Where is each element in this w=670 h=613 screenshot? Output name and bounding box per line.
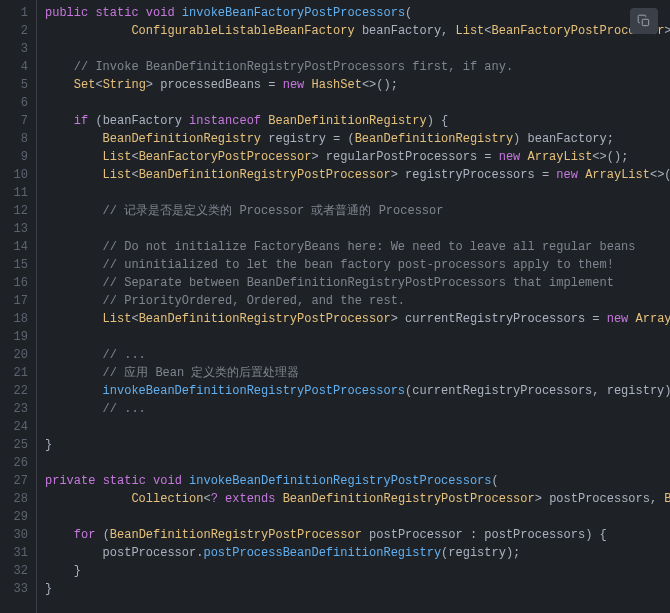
code-line: invokeBeanDefinitionRegistryPostProcesso… <box>45 382 670 400</box>
line-number: 1 <box>4 4 28 22</box>
code-line: public static void invokeBeanFactoryPost… <box>45 4 670 22</box>
code-line <box>45 40 670 58</box>
line-number: 21 <box>4 364 28 382</box>
svg-rect-0 <box>642 19 648 25</box>
line-number: 13 <box>4 220 28 238</box>
copy-button[interactable] <box>630 8 658 34</box>
code-line: // 应用 Bean 定义类的后置处理器 <box>45 364 670 382</box>
code-line: List<BeanDefinitionRegistryPostProcessor… <box>45 310 670 328</box>
code-line: // Separate between BeanDefinitionRegist… <box>45 274 670 292</box>
code-line <box>45 220 670 238</box>
code-line <box>45 418 670 436</box>
code-line: Set<String> processedBeans = new HashSet… <box>45 76 670 94</box>
line-number: 9 <box>4 148 28 166</box>
line-number: 7 <box>4 112 28 130</box>
line-number: 14 <box>4 238 28 256</box>
code-line: // ... <box>45 346 670 364</box>
line-number: 18 <box>4 310 28 328</box>
line-number: 2 <box>4 22 28 40</box>
line-number: 24 <box>4 418 28 436</box>
code-line: List<BeanDefinitionRegistryPostProcessor… <box>45 166 670 184</box>
line-number-gutter: 1234567891011121314151617181920212223242… <box>0 0 36 613</box>
line-number: 31 <box>4 544 28 562</box>
line-number: 17 <box>4 292 28 310</box>
code-line: // Invoke BeanDefinitionRegistryPostProc… <box>45 58 670 76</box>
line-number: 28 <box>4 490 28 508</box>
code-line: // uninitialized to let the bean factory… <box>45 256 670 274</box>
code-line: } <box>45 436 670 454</box>
code-line <box>45 454 670 472</box>
code-line: // PriorityOrdered, Ordered, and the res… <box>45 292 670 310</box>
line-number: 32 <box>4 562 28 580</box>
line-number: 29 <box>4 508 28 526</box>
code-line <box>45 184 670 202</box>
line-number: 30 <box>4 526 28 544</box>
code-line: // Do not initialize FactoryBeans here: … <box>45 238 670 256</box>
line-number: 33 <box>4 580 28 598</box>
code-block: 1234567891011121314151617181920212223242… <box>0 0 670 613</box>
line-number: 8 <box>4 130 28 148</box>
line-number: 15 <box>4 256 28 274</box>
line-number: 16 <box>4 274 28 292</box>
copy-icon <box>637 14 651 28</box>
line-number: 6 <box>4 94 28 112</box>
code-line <box>45 328 670 346</box>
line-number: 22 <box>4 382 28 400</box>
code-line: for (BeanDefinitionRegistryPostProcessor… <box>45 526 670 544</box>
code-line: // ... <box>45 400 670 418</box>
line-number: 23 <box>4 400 28 418</box>
code-line: Collection<? extends BeanDefinitionRegis… <box>45 490 670 508</box>
code-line: postProcessor.postProcessBeanDefinitionR… <box>45 544 670 562</box>
line-number: 19 <box>4 328 28 346</box>
line-number: 25 <box>4 436 28 454</box>
code-line: private static void invokeBeanDefinition… <box>45 472 670 490</box>
code-line: BeanDefinitionRegistry registry = (BeanD… <box>45 130 670 148</box>
line-number: 26 <box>4 454 28 472</box>
line-number: 4 <box>4 58 28 76</box>
code-line: List<BeanFactoryPostProcessor> regularPo… <box>45 148 670 166</box>
line-number: 20 <box>4 346 28 364</box>
line-number: 27 <box>4 472 28 490</box>
line-number: 11 <box>4 184 28 202</box>
code-line: } <box>45 580 670 598</box>
line-number: 12 <box>4 202 28 220</box>
code-line: // 记录是否是定义类的 Processor 或者普通的 Processor <box>45 202 670 220</box>
code-line <box>45 508 670 526</box>
line-number: 10 <box>4 166 28 184</box>
line-number: 3 <box>4 40 28 58</box>
code-line: } <box>45 562 670 580</box>
code-line <box>45 94 670 112</box>
code-line: ConfigurableListableBeanFactory beanFact… <box>45 22 670 40</box>
line-number: 5 <box>4 76 28 94</box>
code-line: if (beanFactory instanceof BeanDefinitio… <box>45 112 670 130</box>
code-area: public static void invokeBeanFactoryPost… <box>36 0 670 613</box>
